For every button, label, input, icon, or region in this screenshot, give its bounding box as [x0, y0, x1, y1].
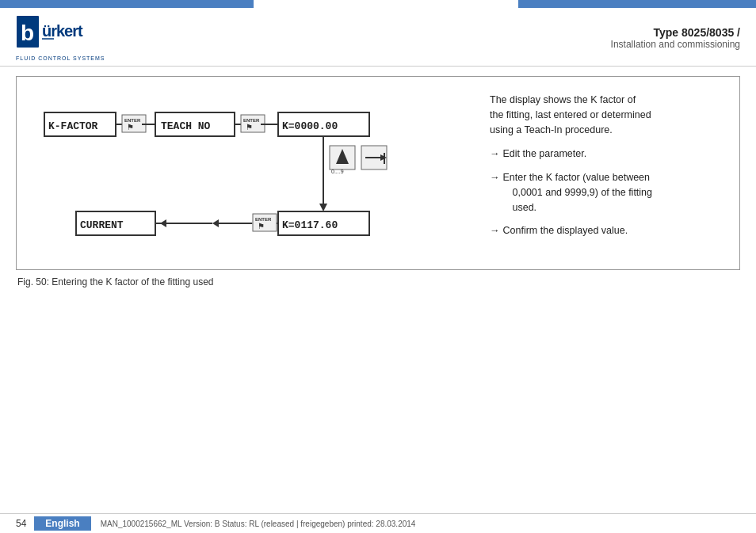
svg-text:K-FACTOR: K-FACTOR: [48, 120, 98, 132]
svg-text:0....9: 0....9: [331, 169, 344, 174]
svg-text:b: b: [21, 21, 33, 45]
page-number: 54: [16, 518, 26, 529]
desc-arrow-2: → Enter the K factor (value between 0,00…: [490, 170, 727, 215]
svg-marker-39: [212, 219, 219, 227]
flow-diagram: K-FACTOR ENTER ⚑ TEACH NO E: [29, 89, 456, 255]
svg-text:TEACH NO: TEACH NO: [161, 120, 211, 132]
svg-text:ürkert: ürkert: [42, 22, 83, 40]
svg-text:CURRENT: CURRENT: [80, 219, 124, 231]
top-bar-left: [0, 0, 254, 8]
page-title-area: Type 8025/8035 / Installation and commis…: [611, 26, 740, 50]
logo-subtitle: FLUID CONTROL SYSTEMS: [16, 55, 105, 61]
page-title: Type 8025/8035 /: [611, 26, 740, 39]
desc-text: The display shows the K factor of the fi…: [490, 93, 727, 137]
page-subtitle: Installation and commissioning: [611, 39, 740, 50]
footer-doc-id: MAN_1000215662_ML Version: B Status: RL …: [101, 520, 416, 528]
page-header: b ürkert FLUID CONTROL SYSTEMS Type 8025…: [0, 8, 756, 67]
top-bar-right: [518, 0, 756, 8]
svg-text:K=0117.60: K=0117.60: [282, 219, 338, 231]
svg-text:⚑: ⚑: [127, 123, 134, 131]
burkert-logo-svg: b ürkert: [17, 14, 104, 50]
diagram-box: K-FACTOR ENTER ⚑ TEACH NO E: [16, 76, 740, 270]
logo-area: b ürkert FLUID CONTROL SYSTEMS: [16, 14, 105, 61]
svg-text:⚑: ⚑: [246, 123, 253, 131]
svg-marker-43: [160, 219, 166, 227]
logo: b ürkert: [17, 14, 104, 55]
main-content: K-FACTOR ENTER ⚑ TEACH NO E: [0, 67, 756, 303]
language-badge: English: [34, 516, 90, 531]
svg-text:K=0000.00: K=0000.00: [282, 120, 338, 132]
svg-text:⚑: ⚑: [258, 222, 265, 230]
diagram-left: K-FACTOR ENTER ⚑ TEACH NO E: [29, 89, 474, 255]
figure-caption: Fig. 50: Entering the K factor of the fi…: [16, 276, 740, 287]
desc-arrow-3: → Confirm the displayed value.: [490, 223, 727, 238]
svg-marker-30: [319, 204, 327, 211]
page-footer: 54 English MAN_1000215662_ML Version: B …: [0, 513, 756, 533]
desc-arrow-1: → Edit the parameter.: [490, 147, 727, 162]
diagram-description: The display shows the K factor of the fi…: [490, 89, 727, 255]
